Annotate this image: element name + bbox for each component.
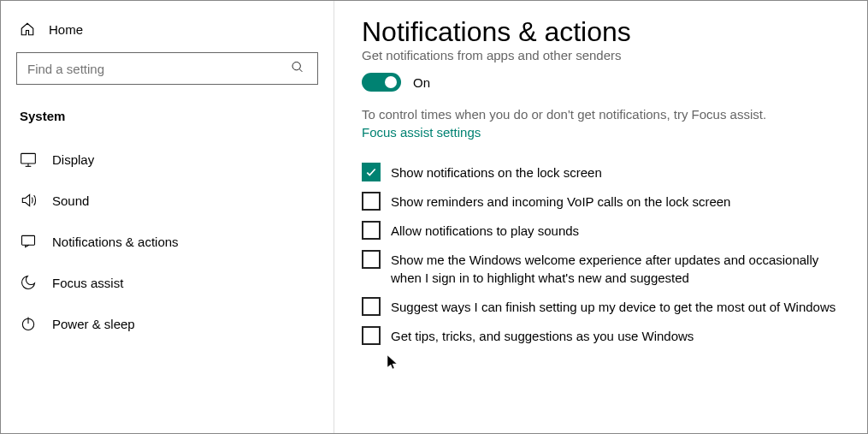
sidebar-item-notifications[interactable]: Notifications & actions: [1, 221, 334, 262]
check-lock-screen-notifications[interactable]: Show notifications on the lock screen: [362, 162, 840, 181]
power-icon: [20, 315, 37, 332]
sidebar-item-label: Focus assist: [52, 276, 123, 290]
checkbox[interactable]: [362, 250, 381, 269]
check-label: Show me the Windows welcome experience a…: [391, 249, 840, 287]
checkbox[interactable]: [362, 326, 381, 345]
home-label: Home: [49, 22, 83, 37]
display-icon: [20, 151, 37, 168]
sidebar-item-power-sleep[interactable]: Power & sleep: [1, 303, 334, 344]
focus-assist-icon: [20, 274, 37, 291]
check-label: Get tips, tricks, and suggestions as you…: [391, 325, 694, 345]
home-link[interactable]: Home: [1, 16, 334, 52]
sidebar-item-focus-assist[interactable]: Focus assist: [1, 262, 334, 303]
focus-assist-hint: To control times when you do or don't ge…: [362, 105, 840, 123]
svg-rect-5: [22, 235, 35, 245]
checkbox[interactable]: [362, 297, 381, 316]
checkbox-list: Show notifications on the lock screen Sh…: [362, 162, 840, 345]
sidebar-item-label: Display: [52, 152, 94, 167]
svg-line-1: [299, 69, 302, 72]
sidebar-item-sound[interactable]: Sound: [1, 180, 334, 221]
check-label: Show reminders and incoming VoIP calls o…: [391, 191, 730, 211]
search-input[interactable]: [16, 52, 318, 85]
svg-rect-2: [21, 153, 36, 163]
sidebar: Home System Display Sound: [1, 1, 334, 433]
notifications-icon: [20, 233, 37, 250]
main-panel: Notifications & actions Get notification…: [334, 1, 867, 433]
sidebar-item-label: Power & sleep: [52, 317, 135, 331]
checkbox[interactable]: [362, 163, 381, 181]
svg-point-0: [292, 62, 300, 70]
checkbox[interactable]: [362, 192, 381, 211]
subheading: Get notifications from apps and other se…: [362, 48, 840, 62]
sidebar-item-display[interactable]: Display: [1, 139, 334, 180]
focus-assist-link[interactable]: Focus assist settings: [362, 125, 481, 140]
check-label: Allow notifications to play sounds: [391, 220, 579, 240]
check-label: Suggest ways I can finish setting up my …: [391, 296, 836, 316]
check-finish-setup[interactable]: Suggest ways I can finish setting up my …: [362, 296, 840, 316]
check-label: Show notifications on the lock screen: [391, 162, 602, 181]
sidebar-item-label: Sound: [52, 193, 89, 208]
sound-icon: [20, 192, 37, 209]
toggle-label: On: [413, 75, 430, 90]
check-reminders-voip[interactable]: Show reminders and incoming VoIP calls o…: [362, 191, 840, 211]
notifications-toggle[interactable]: [362, 73, 401, 92]
toggle-knob: [385, 76, 397, 88]
home-icon: [20, 21, 35, 37]
section-label: System: [1, 97, 334, 139]
sidebar-item-label: Notifications & actions: [52, 235, 179, 249]
search-icon: [291, 61, 304, 77]
check-play-sounds[interactable]: Allow notifications to play sounds: [362, 220, 840, 240]
check-welcome-experience[interactable]: Show me the Windows welcome experience a…: [362, 249, 840, 287]
page-title: Notifications & actions: [362, 16, 840, 48]
checkbox[interactable]: [362, 221, 381, 240]
check-tips-tricks[interactable]: Get tips, tricks, and suggestions as you…: [362, 325, 840, 345]
